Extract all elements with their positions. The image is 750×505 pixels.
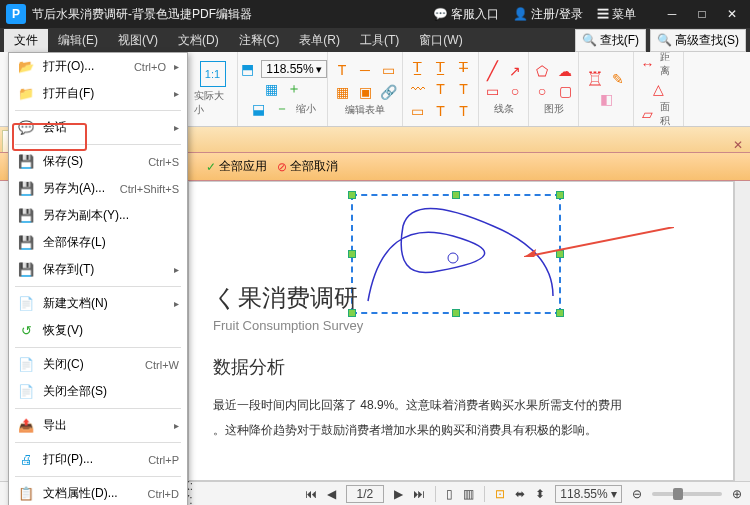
menu-save-all[interactable]: 💾全部保存(L) bbox=[9, 229, 187, 256]
menu-window[interactable]: 窗口(W) bbox=[409, 29, 472, 52]
menu-save[interactable]: 💾保存(S)Ctrl+S bbox=[9, 148, 187, 175]
resize-handle[interactable] bbox=[556, 191, 564, 199]
zoom-level[interactable]: 118.55% ▾ bbox=[555, 485, 622, 503]
resize-handle[interactable] bbox=[348, 250, 356, 258]
strike-icon[interactable]: T̶ bbox=[455, 58, 473, 76]
find-button[interactable]: 🔍查找(F) bbox=[575, 29, 646, 52]
app-logo: P bbox=[6, 4, 26, 24]
line-ann-icon[interactable]: ╱ bbox=[483, 62, 501, 80]
menu-file[interactable]: 文件 bbox=[4, 29, 48, 52]
rect-tool-icon[interactable]: ▭ bbox=[379, 61, 397, 79]
fit-page-icon[interactable]: ▦ bbox=[262, 80, 280, 98]
service-link[interactable]: 💬 客服入口 bbox=[433, 6, 499, 23]
menu-save-to[interactable]: 💾保存到(T)▸ bbox=[9, 256, 187, 283]
image-tool-icon[interactable]: ▣ bbox=[356, 83, 374, 101]
insert-icon[interactable]: T bbox=[432, 102, 450, 120]
perimeter-icon[interactable]: △ bbox=[650, 80, 668, 98]
vertical-scrollbar[interactable] bbox=[734, 181, 750, 481]
file-menu-dropdown: 📂打开(O)...Ctrl+O▸ 📁打开自(F)▸ 💬会话▸ 💾保存(S)Ctr… bbox=[8, 52, 188, 505]
square-icon[interactable]: ▢ bbox=[556, 82, 574, 100]
search-icon: 🔍 bbox=[657, 33, 672, 47]
link-tool-icon[interactable]: 🔗 bbox=[379, 83, 397, 101]
fit-width-icon[interactable]: ⬌ bbox=[515, 487, 525, 501]
actual-size-icon[interactable]: 1:1 bbox=[200, 61, 226, 87]
apply-all-button[interactable]: ✓全部应用 bbox=[206, 158, 267, 175]
menu-close[interactable]: 📄关闭(C)Ctrl+W bbox=[9, 351, 187, 378]
distance-icon[interactable]: ↔ bbox=[640, 55, 655, 73]
rect-ann-icon[interactable]: ▭ bbox=[483, 82, 501, 100]
doc-heading-1: く果消费调研 bbox=[213, 282, 713, 314]
replace-icon[interactable]: T bbox=[455, 80, 473, 98]
cloud-icon[interactable]: ☁ bbox=[556, 62, 574, 80]
fit-height-icon[interactable]: ⬓ bbox=[250, 100, 268, 118]
menu-recover[interactable]: ↺恢复(V) bbox=[9, 317, 187, 344]
menu-edit[interactable]: 编辑(E) bbox=[48, 29, 108, 52]
stamp-icon[interactable]: ♖ bbox=[586, 70, 604, 88]
resize-handle[interactable] bbox=[452, 191, 460, 199]
doc-heading-2: 数据分析 bbox=[213, 355, 713, 379]
menu-print[interactable]: 🖨打印(P)...Ctrl+P bbox=[9, 446, 187, 473]
menu-export[interactable]: 📤导出▸ bbox=[9, 412, 187, 439]
doc-paragraph: 最近一段时间内同比回落了 48.9%。这意味着消费者购买水果所需支付的费用。这种… bbox=[213, 393, 713, 442]
prev-page-icon[interactable]: ◀ bbox=[327, 487, 336, 501]
zoom-out-button[interactable]: ⊖ bbox=[632, 487, 642, 501]
menu-view[interactable]: 视图(V) bbox=[108, 29, 168, 52]
eraser-icon[interactable]: ◧ bbox=[597, 90, 615, 108]
menu-close-all[interactable]: 📄关闭全部(S) bbox=[9, 378, 187, 405]
menu-document[interactable]: 文档(D) bbox=[168, 29, 229, 52]
menu-session[interactable]: 💬会话▸ bbox=[9, 114, 187, 141]
menu-save-as[interactable]: 💾另存为(A)...Ctrl+Shift+S bbox=[9, 175, 187, 202]
close-button[interactable]: ✕ bbox=[720, 4, 744, 24]
oval-ann-icon[interactable]: ○ bbox=[506, 82, 524, 100]
maximize-button[interactable]: □ bbox=[690, 4, 714, 24]
next-page-icon[interactable]: ▶ bbox=[394, 487, 403, 501]
fit-width-icon[interactable]: ⬒ bbox=[238, 60, 256, 78]
area-measure-icon[interactable]: ▱ bbox=[640, 105, 655, 123]
area-tool-icon[interactable]: ▦ bbox=[333, 83, 351, 101]
menu-open-from[interactable]: 📁打开自(F)▸ bbox=[9, 80, 187, 107]
menu-doc-props[interactable]: 📋文档属性(D)...Ctrl+D bbox=[9, 480, 187, 505]
highlight-icon[interactable]: T̲ bbox=[409, 58, 427, 76]
pencil-icon[interactable]: ✎ bbox=[609, 70, 627, 88]
window-title: 节后水果消费调研-背景色迅捷PDF编辑器 bbox=[32, 6, 433, 23]
last-page-icon[interactable]: ⏭ bbox=[413, 487, 425, 501]
resize-handle[interactable] bbox=[348, 191, 356, 199]
svg-line-1 bbox=[524, 227, 674, 257]
page-indicator[interactable]: 1/2 bbox=[346, 485, 385, 503]
search-icon: 🔍 bbox=[582, 33, 597, 47]
advanced-find-button[interactable]: 🔍高级查找(S) bbox=[650, 29, 746, 52]
main-menu[interactable]: ☰ 菜单 bbox=[597, 6, 636, 23]
zoom-in-icon[interactable]: ＋ bbox=[285, 80, 303, 98]
menu-form[interactable]: 表单(R) bbox=[289, 29, 350, 52]
underline-icon[interactable]: T̲ bbox=[432, 58, 450, 76]
zoom-out-icon[interactable]: － bbox=[273, 100, 291, 118]
del-icon[interactable]: T bbox=[455, 102, 473, 120]
menu-open[interactable]: 📂打开(O)...Ctrl+O▸ bbox=[9, 53, 187, 80]
document-view[interactable]: く果消费调研 Fruit Consumption Survey 数据分析 最近一… bbox=[188, 181, 734, 481]
zoom-slider[interactable] bbox=[652, 492, 722, 496]
circle-icon[interactable]: ○ bbox=[533, 82, 551, 100]
layout-single-icon[interactable]: ▯ bbox=[446, 487, 453, 501]
first-page-icon[interactable]: ⏮ bbox=[305, 487, 317, 501]
layout-cont-icon[interactable]: ▥ bbox=[463, 487, 474, 501]
text-tool-icon[interactable]: T bbox=[333, 61, 351, 79]
tab-close-icon[interactable]: ✕ bbox=[728, 138, 748, 152]
fit-icon[interactable]: ⊡ bbox=[495, 487, 505, 501]
login-link[interactable]: 👤 注册/登录 bbox=[513, 6, 583, 23]
menu-new-doc[interactable]: 📄新建文档(N)▸ bbox=[9, 290, 187, 317]
arrow-ann-icon[interactable]: ↗ bbox=[506, 62, 524, 80]
menu-comment[interactable]: 注释(C) bbox=[229, 29, 290, 52]
polygon-icon[interactable]: ⬠ bbox=[533, 62, 551, 80]
zoom-in-button[interactable]: ⊕ bbox=[732, 487, 742, 501]
fit-height-icon[interactable]: ⬍ bbox=[535, 487, 545, 501]
caret-icon[interactable]: T bbox=[432, 80, 450, 98]
cancel-all-button[interactable]: ⊘全部取消 bbox=[277, 158, 338, 175]
minimize-button[interactable]: ─ bbox=[660, 4, 684, 24]
text-ann-icon[interactable]: ▭ bbox=[409, 102, 427, 120]
menu-save-copy[interactable]: 💾另存为副本(Y)... bbox=[9, 202, 187, 229]
menu-tools[interactable]: 工具(T) bbox=[350, 29, 409, 52]
line-tool-icon[interactable]: ─ bbox=[356, 61, 374, 79]
squiggly-icon[interactable]: 〰 bbox=[409, 80, 427, 98]
zoom-combo[interactable]: 118.55% ▾ bbox=[261, 60, 326, 78]
annotation-arrow bbox=[524, 227, 674, 257]
